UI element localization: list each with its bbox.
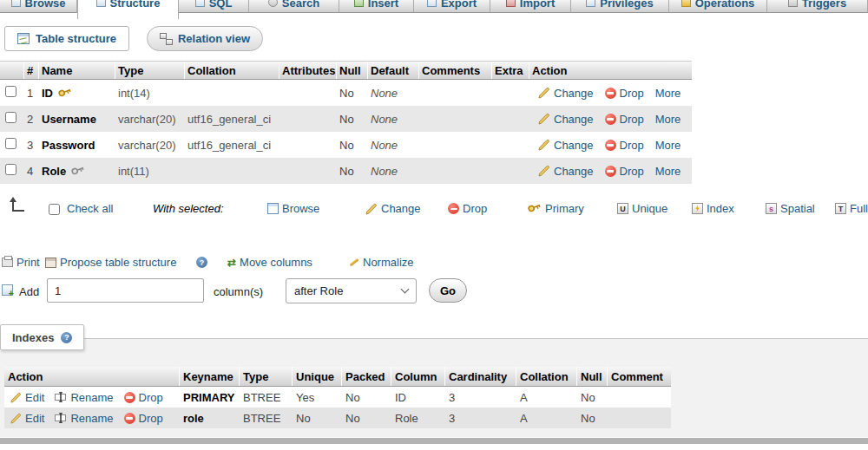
- drop-column-link[interactable]: Drop: [605, 165, 644, 178]
- pencil-icon: [365, 203, 378, 215]
- tab-label: Import: [520, 0, 555, 10]
- columns-table-header: # Name Type Collation Attributes Null De…: [0, 61, 692, 80]
- move-columns-link[interactable]: ⇄Move columns: [227, 256, 312, 269]
- horizontal-scrollbar[interactable]: [0, 438, 868, 444]
- tab-import[interactable]: Import: [490, 0, 571, 13]
- table-structure-icon: [17, 33, 30, 44]
- edit-index-link[interactable]: Edit: [10, 412, 44, 425]
- table-structure-tab[interactable]: Table structure: [4, 26, 129, 51]
- drop-icon: [605, 88, 616, 99]
- primary-key-icon: [56, 87, 74, 100]
- row-checkbox[interactable]: [5, 138, 16, 149]
- printer-icon: [2, 258, 13, 267]
- fulltext-icon: T: [835, 203, 846, 214]
- row-checkbox[interactable]: [5, 164, 16, 175]
- drop-column-link[interactable]: Drop: [605, 113, 644, 126]
- index-key-icon: [69, 165, 87, 178]
- index-type: BTREE: [240, 391, 293, 404]
- rename-index-link[interactable]: Rename: [55, 412, 113, 425]
- drop-index-link[interactable]: Drop: [124, 412, 163, 425]
- drop-index-link[interactable]: Drop: [124, 391, 163, 404]
- check-all-checkbox[interactable]: [49, 204, 60, 215]
- columns-label: column(s): [214, 285, 263, 298]
- with-selected-spatial[interactable]: sSpatial: [766, 202, 815, 215]
- index-unique: No: [293, 412, 342, 425]
- sql-tab-icon: [195, 0, 205, 7]
- change-column-link[interactable]: Change: [538, 87, 594, 100]
- idx-header-keyname: Keyname: [180, 367, 240, 386]
- change-column-link[interactable]: Change: [538, 165, 594, 178]
- tab-sql[interactable]: SQL: [179, 0, 249, 13]
- propose-table-structure-link[interactable]: Propose table structure: [45, 256, 176, 269]
- index-packed: No: [342, 391, 391, 404]
- tab-structure[interactable]: Structure: [77, 0, 179, 19]
- tab-export[interactable]: Export: [414, 0, 490, 13]
- go-button[interactable]: Go: [429, 278, 467, 303]
- insert-tab-icon: [354, 0, 364, 7]
- normalize-link[interactable]: Normalize: [349, 256, 414, 269]
- row-checkbox[interactable]: [5, 86, 16, 97]
- tab-privileges[interactable]: Privileges: [571, 0, 669, 13]
- indexes-tab[interactable]: Indexes ?: [0, 324, 84, 350]
- help-icon[interactable]: ?: [196, 257, 207, 268]
- header-null: Null: [337, 62, 368, 79]
- print-link[interactable]: Print: [2, 256, 40, 269]
- with-selected-primary[interactable]: Primary: [528, 202, 584, 215]
- more-column-link[interactable]: More: [655, 113, 681, 126]
- change-column-link[interactable]: Change: [538, 113, 594, 126]
- row-num: 2: [24, 113, 39, 126]
- drop-icon: [605, 114, 616, 125]
- change-column-link[interactable]: Change: [538, 139, 594, 152]
- drop-column-link[interactable]: Drop: [605, 139, 644, 152]
- more-column-link[interactable]: More: [655, 165, 681, 178]
- row-checkbox[interactable]: [5, 112, 16, 123]
- column-type: varchar(20): [115, 139, 185, 152]
- with-selected-change[interactable]: Change: [365, 202, 421, 215]
- add-position-value: after Role: [294, 284, 343, 297]
- check-all-link[interactable]: Check all: [67, 202, 113, 215]
- column-collation: utf16_general_ci: [185, 113, 279, 126]
- column-default: None: [368, 139, 419, 152]
- with-selected-drop[interactable]: Drop: [448, 202, 487, 215]
- index-column: Role: [391, 412, 445, 425]
- index-cardinality: 3: [445, 412, 516, 425]
- tab-browse[interactable]: Browse: [0, 0, 77, 13]
- column-default: None: [368, 165, 419, 178]
- more-column-link[interactable]: More: [655, 139, 681, 152]
- with-selected-fulltext[interactable]: TFulltext: [835, 202, 868, 215]
- tab-label: Structure: [110, 0, 161, 10]
- index-type: BTREE: [240, 412, 293, 425]
- column-type: int(11): [115, 165, 185, 178]
- tab-operations[interactable]: Operations: [669, 0, 767, 13]
- relation-view-button[interactable]: Relation view: [147, 26, 263, 51]
- help-icon[interactable]: ?: [61, 332, 72, 343]
- index-collation: A: [516, 412, 577, 425]
- move-columns-icon: ⇄: [227, 257, 236, 269]
- tab-label: Insert: [368, 0, 398, 10]
- add-count-input[interactable]: [47, 278, 204, 303]
- table-row: 1 ID int(14) No None Change Drop More: [0, 80, 692, 106]
- edit-index-link[interactable]: Edit: [10, 391, 44, 404]
- columns-table: # Name Type Collation Attributes Null De…: [0, 61, 692, 184]
- tab-label: Operations: [695, 0, 755, 10]
- add-position-select[interactable]: after Role: [286, 278, 417, 303]
- with-selected-index[interactable]: Index: [692, 202, 734, 215]
- idx-header-cardinality: Cardinality: [445, 367, 516, 386]
- tab-insert[interactable]: Insert: [339, 0, 414, 13]
- browse-tab-icon: [11, 0, 21, 7]
- tab-search[interactable]: Search: [249, 0, 339, 13]
- with-selected-browse[interactable]: Browse: [267, 202, 319, 215]
- more-column-link[interactable]: More: [655, 87, 681, 100]
- drop-icon: [605, 140, 616, 151]
- drop-column-link[interactable]: Drop: [605, 87, 644, 100]
- with-selected-unique[interactable]: UUnique: [617, 202, 667, 215]
- header-num: #: [24, 62, 39, 79]
- table-row: 2 Username varchar(20) utf16_general_ci …: [0, 106, 692, 132]
- index-row: Edit Rename Drop role BTREE No No Role 3…: [4, 408, 671, 428]
- indexes-table: Action Keyname Type Unique Packed Column…: [4, 367, 671, 428]
- phpmyadmin-table-structure-page: Browse Structure SQL Search Insert Expor…: [0, 0, 868, 450]
- header-default: Default: [368, 62, 419, 79]
- tab-triggers[interactable]: Triggers: [767, 0, 868, 13]
- rename-index-link[interactable]: Rename: [55, 391, 113, 404]
- column-name: Role: [42, 165, 85, 178]
